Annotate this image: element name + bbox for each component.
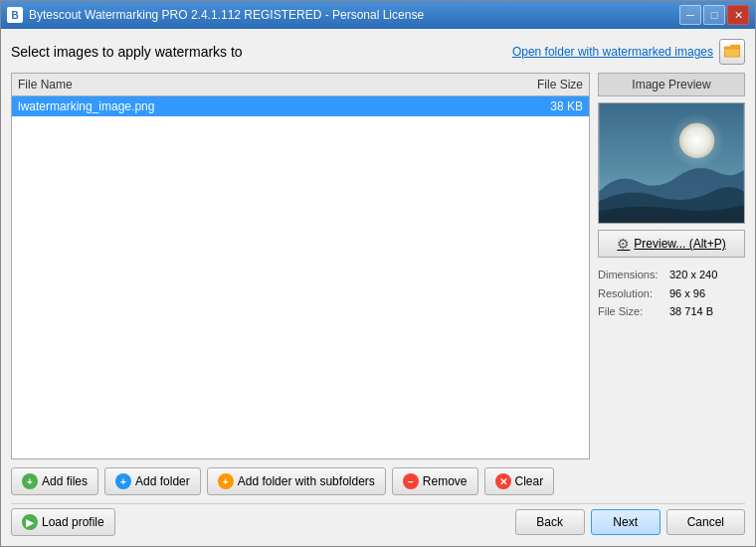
folder-icon <box>724 45 740 59</box>
resolution-row: Resolution: 96 x 96 <box>598 284 745 303</box>
add-folder-button[interactable]: + Add folder <box>104 467 201 495</box>
footer-row: ▶ Load profile Back Next Cancel <box>11 503 745 536</box>
table-row[interactable]: lwatermarking_image.png 38 KB <box>12 96 589 116</box>
main-content: Select images to apply watermarks to Ope… <box>1 29 755 546</box>
remove-label: Remove <box>423 474 468 488</box>
add-files-icon: + <box>22 473 38 489</box>
main-window: B Bytescout Watermarking PRO 2.4.1.112 R… <box>0 0 756 547</box>
file-name: lwatermarking_image.png <box>18 99 503 113</box>
back-button[interactable]: Back <box>515 509 585 535</box>
filesize-value: 38 714 B <box>669 302 713 321</box>
load-profile-button[interactable]: ▶ Load profile <box>11 508 115 536</box>
preview-button-icon: ⚙ <box>617 236 630 252</box>
preview-button[interactable]: ⚙ Preview... (Alt+P) <box>598 230 745 258</box>
file-list-area: File Name File Size lwatermarking_image.… <box>11 73 590 459</box>
window-title: Bytescout Watermarking PRO 2.4.1.112 REG… <box>29 8 679 22</box>
filesize-row: File Size: 38 714 B <box>598 302 745 321</box>
col-filename-header: File Name <box>18 78 503 91</box>
load-profile-icon: ▶ <box>22 514 38 530</box>
resolution-value: 96 x 96 <box>669 284 705 303</box>
open-folder-link[interactable]: Open folder with watermarked images <box>512 45 713 59</box>
filesize-label: File Size: <box>598 302 665 321</box>
clear-icon: ✕ <box>495 473 511 489</box>
page-title: Select images to apply watermarks to <box>11 44 243 60</box>
dimensions-row: Dimensions: 320 x 240 <box>598 266 745 284</box>
add-files-label: Add files <box>42 474 88 488</box>
add-folder-sub-label: Add folder with subfolders <box>238 474 375 488</box>
maximize-button[interactable]: □ <box>703 5 725 25</box>
header-row: Select images to apply watermarks to Ope… <box>11 39 745 65</box>
preview-button-label: Preview... (Alt+P) <box>634 237 725 251</box>
footer-right: Back Next Cancel <box>515 509 745 535</box>
file-size: 38 KB <box>503 99 583 113</box>
content-panel: File Name File Size lwatermarking_image.… <box>11 73 745 459</box>
header-right: Open folder with watermarked images <box>512 39 745 65</box>
next-button[interactable]: Next <box>591 509 661 535</box>
col-filesize-header: File Size <box>503 78 583 91</box>
window-controls: ─ □ ✕ <box>679 5 749 25</box>
preview-label: Image Preview <box>598 73 745 96</box>
resolution-label: Resolution: <box>598 284 665 303</box>
load-profile-label: Load profile <box>42 515 104 529</box>
file-list-body[interactable]: lwatermarking_image.png 38 KB <box>12 96 589 458</box>
bottom-buttons: + Add files + Add folder + Add folder wi… <box>11 467 745 495</box>
remove-button[interactable]: − Remove <box>392 467 478 495</box>
image-info: Dimensions: 320 x 240 Resolution: 96 x 9… <box>598 264 745 323</box>
title-bar: B Bytescout Watermarking PRO 2.4.1.112 R… <box>1 1 755 29</box>
add-folder-label: Add folder <box>135 474 190 488</box>
clear-button[interactable]: ✕ Clear <box>484 467 555 495</box>
add-folder-sub-icon: + <box>218 473 234 489</box>
cancel-label: Cancel <box>687 515 724 529</box>
clear-label: Clear <box>515 474 544 488</box>
dimensions-value: 320 x 240 <box>669 266 717 284</box>
dimensions-label: Dimensions: <box>598 266 665 284</box>
footer-left: ▶ Load profile <box>11 508 115 536</box>
cancel-button[interactable]: Cancel <box>666 509 745 535</box>
next-label: Next <box>613 515 638 529</box>
remove-icon: − <box>403 473 419 489</box>
preview-canvas <box>599 103 744 223</box>
back-label: Back <box>536 515 563 529</box>
right-panel: Image Preview <box>598 73 745 459</box>
minimize-button[interactable]: ─ <box>679 5 701 25</box>
add-folder-sub-button[interactable]: + Add folder with subfolders <box>207 467 386 495</box>
app-icon: B <box>7 7 23 23</box>
close-button[interactable]: ✕ <box>727 5 749 25</box>
svg-point-2 <box>679 123 714 158</box>
file-list-header: File Name File Size <box>12 74 589 96</box>
folder-icon-button[interactable] <box>719 39 745 65</box>
add-files-button[interactable]: + Add files <box>11 467 98 495</box>
preview-image-box <box>598 102 745 224</box>
add-folder-icon: + <box>115 473 131 489</box>
